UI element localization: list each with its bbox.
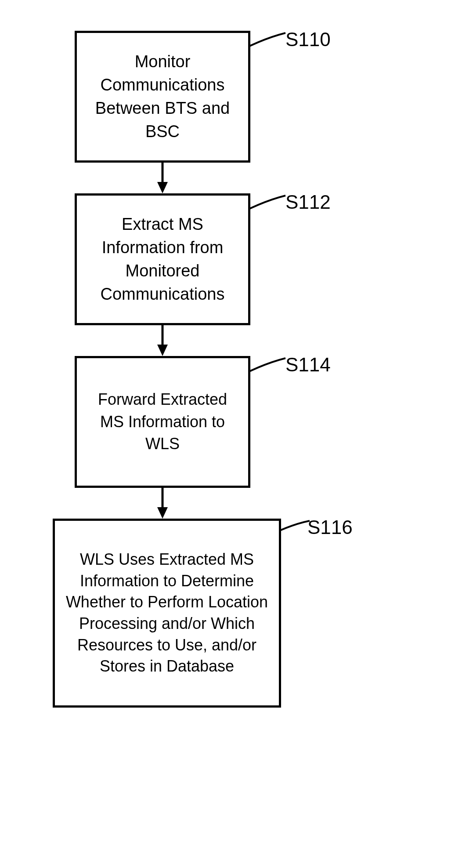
flowchart-arrow-3 — [75, 488, 250, 519]
step-text-s114: Forward Extracted MS Information to WLS — [86, 389, 239, 455]
flowchart-box-s112: Extract MS Information from Monitored Co… — [75, 193, 250, 325]
flowchart-step-s112: S112 Extract MS Information from Monitor… — [53, 193, 404, 325]
step-text-s110: Monitor Communications Between BTS and B… — [86, 50, 239, 144]
step-label-s116: S116 — [307, 516, 353, 538]
step-label-s114: S114 — [285, 354, 331, 376]
flowchart-step-s116: S116 WLS Uses Extracted MS Information t… — [53, 519, 404, 708]
step-text-s116: WLS Uses Extracted MS Information to Det… — [64, 549, 270, 677]
flowchart-box-s110: Monitor Communications Between BTS and B… — [75, 31, 250, 163]
svg-marker-3 — [157, 345, 168, 356]
svg-marker-1 — [157, 182, 168, 193]
svg-marker-5 — [157, 507, 168, 519]
flowchart-box-s116: WLS Uses Extracted MS Information to Det… — [53, 519, 281, 708]
flowchart-step-s110: S110 Monitor Communications Between BTS … — [53, 31, 404, 163]
step-label-s112: S112 — [285, 191, 331, 213]
step-label-s110: S110 — [285, 29, 331, 51]
flowchart-arrow-2 — [75, 325, 250, 356]
flowchart-container: S110 Monitor Communications Between BTS … — [53, 31, 404, 708]
flowchart-box-s114: Forward Extracted MS Information to WLS — [75, 356, 250, 488]
flowchart-step-s114: S114 Forward Extracted MS Information to… — [53, 356, 404, 488]
flowchart-arrow-1 — [75, 163, 250, 193]
step-text-s112: Extract MS Information from Monitored Co… — [86, 213, 239, 306]
